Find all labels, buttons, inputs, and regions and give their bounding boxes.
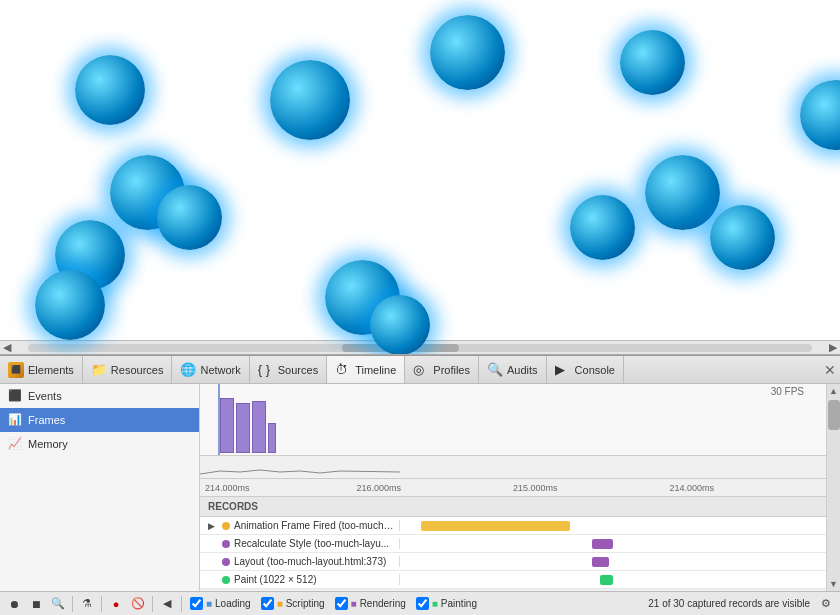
ball-10 (570, 195, 635, 260)
record-label-text: Recalculate Style (too-much-layu... (234, 538, 389, 549)
timeline-vertical-scrollbar[interactable]: ▲ ▼ (826, 384, 840, 591)
tab-resources[interactable]: 📁 Resources (83, 356, 173, 383)
tab-profiles[interactable]: ◎ Profiles (405, 356, 479, 383)
ball-3 (620, 30, 685, 95)
separator-1 (72, 596, 73, 612)
loading-checkbox[interactable] (190, 597, 203, 610)
console-icon: ▶ (555, 362, 571, 378)
ball-13 (35, 270, 105, 340)
record-row[interactable]: Paint (1022 × 512) (200, 571, 826, 589)
filter-button[interactable]: ⚗ (77, 595, 97, 613)
network-icon: 🌐 (180, 362, 196, 378)
loading-checkbox-label[interactable]: ■ Loading (190, 597, 251, 610)
frame-bar-4 (268, 423, 276, 453)
resources-icon: 📁 (91, 362, 107, 378)
ball-11 (645, 155, 720, 230)
records-status: 21 of 30 captured records are visible (648, 598, 810, 609)
ball-0 (75, 55, 145, 125)
record-left: ▶Animation Frame Fired (too-much-... (200, 520, 400, 531)
record-label-text: Layout (too-much-layout.html:373) (234, 556, 386, 567)
audits-icon: 🔍 (487, 362, 503, 378)
time-marker-4: 214.000ms (670, 483, 715, 493)
clear-button[interactable]: 🚫 (128, 595, 148, 613)
tab-elements[interactable]: ⬛ Elements (0, 356, 83, 383)
scroll-left-arrow[interactable]: ◀ (0, 341, 14, 354)
scroll-right-arrow[interactable]: ▶ (826, 341, 840, 354)
ball-4 (800, 80, 840, 150)
record-color-indicator (222, 540, 230, 548)
sidebar-item-frames[interactable]: 📊 Frames (0, 408, 199, 432)
search-button[interactable]: 🔍 (48, 595, 68, 613)
record-bar (592, 539, 613, 549)
ball-2 (430, 15, 505, 90)
events-icon: ⬛ (8, 389, 22, 403)
separator-3 (152, 596, 153, 612)
frame-bar-3 (252, 401, 266, 453)
record-timeline-area (400, 535, 826, 552)
record-bar (421, 521, 570, 531)
rendering-checkbox-label[interactable]: ■ Rendering (335, 597, 406, 610)
record-row[interactable]: ▶Animation Frame Fired (too-much-... (200, 517, 826, 535)
timeline-icon: ⏱ (335, 362, 351, 378)
elements-icon: ⬛ (8, 362, 24, 378)
tab-audits[interactable]: 🔍 Audits (479, 356, 547, 383)
time-marker-1: 214.000ms (205, 483, 250, 493)
prev-frame-button[interactable]: ◀ (157, 595, 177, 613)
fps-label: 30 FPS (771, 386, 804, 397)
record-timeline-area (400, 553, 826, 570)
scrollbar-handle[interactable] (828, 400, 840, 430)
memory-area (200, 456, 826, 478)
browser-viewport: ◀ ▶ (0, 0, 840, 355)
painting-checkbox-label[interactable]: ■ Painting (416, 597, 477, 610)
tab-timeline[interactable]: ⏱ Timeline (327, 356, 405, 383)
frames-area: 30 FPS (200, 384, 826, 479)
rendering-checkbox[interactable] (335, 597, 348, 610)
record-row[interactable]: Recalculate Style (too-much-layu... (200, 535, 826, 553)
scroll-up-arrow[interactable]: ▲ (827, 384, 841, 398)
record-label-text: Animation Frame Fired (too-much-... (234, 520, 395, 531)
tab-bar: ⬛ Elements 📁 Resources 🌐 Network { } Sou… (0, 356, 840, 384)
timeline-sidebar: ⬛ Events 📊 Frames 📈 Memory (0, 384, 200, 591)
record-left: Layout (too-much-layout.html:373) (200, 556, 400, 567)
scroll-down-arrow[interactable]: ▼ (827, 577, 841, 591)
time-marker-3: 215.000ms (513, 483, 558, 493)
record-color-indicator (222, 558, 230, 566)
tab-sources[interactable]: { } Sources (250, 356, 327, 383)
scripting-checkbox-label[interactable]: ■ Scripting (261, 597, 325, 610)
record-timeline-area (400, 517, 826, 534)
tab-console[interactable]: ▶ Console (547, 356, 624, 383)
timeline-main: 30 FPS (200, 384, 826, 591)
frames-icon: 📊 (8, 413, 22, 427)
ball-1 (270, 60, 350, 140)
painting-checkbox[interactable] (416, 597, 429, 610)
memory-graph (200, 456, 800, 478)
record-expand-arrow[interactable]: ▶ (204, 521, 218, 531)
sidebar-item-memory[interactable]: 📈 Memory (0, 432, 199, 456)
records-section: RECORDS ▶Animation Frame Fired (too-much… (200, 497, 826, 591)
scripting-label: Scripting (286, 598, 325, 609)
records-header: RECORDS (200, 497, 826, 517)
loading-label: Loading (215, 598, 251, 609)
record-row[interactable]: Layout (too-much-layout.html:373) (200, 553, 826, 571)
record-bar (600, 575, 613, 585)
record-left: Paint (1022 × 512) (200, 574, 400, 585)
record-timeline-area (400, 571, 826, 588)
ball-7 (157, 185, 222, 250)
record-color-indicator (222, 576, 230, 584)
timeline-header: 214.000ms 216.000ms 215.000ms 214.000ms (200, 479, 826, 497)
tab-network[interactable]: 🌐 Network (172, 356, 249, 383)
record-dot-button[interactable]: ● (106, 595, 126, 613)
scripting-checkbox[interactable] (261, 597, 274, 610)
settings-button[interactable]: ⚙ (816, 595, 836, 613)
sources-icon: { } (258, 362, 274, 378)
memory-icon: 📈 (8, 437, 22, 451)
separator-2 (101, 596, 102, 612)
records-button[interactable]: ⏺ (4, 595, 24, 613)
ball-12 (710, 205, 775, 270)
time-marker-2: 216.000ms (357, 483, 402, 493)
sidebar-item-events[interactable]: ⬛ Events (0, 384, 199, 408)
record-bar (592, 557, 609, 567)
devtools-close-button[interactable]: ✕ (820, 356, 840, 383)
stop-button[interactable]: ⏹ (26, 595, 46, 613)
separator-4 (181, 596, 182, 612)
